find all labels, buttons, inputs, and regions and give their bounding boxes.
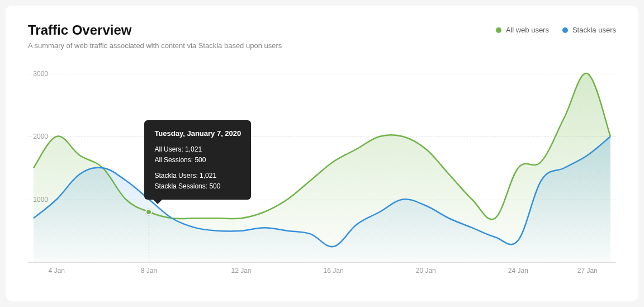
chart-title: Traffic Overview <box>28 22 282 38</box>
legend-item-stackla-users[interactable]: Stackla users <box>562 26 616 34</box>
chart-subtitle: A summary of web traffic associated with… <box>28 41 282 50</box>
legend-label: All web users <box>506 26 549 34</box>
x-axis-line <box>28 262 616 263</box>
hover-point-marker <box>145 209 152 215</box>
x-tick-label: 27 Jan <box>577 267 598 275</box>
chart-plot-area[interactable]: 3000 2000 1000 <box>28 61 616 285</box>
x-tick-label: 24 Jan <box>508 267 528 275</box>
legend-swatch-icon <box>562 27 568 33</box>
x-tick-label: 12 Jan <box>231 267 252 275</box>
title-block: Traffic Overview A summary of web traffi… <box>28 22 282 50</box>
legend-label: Stackla users <box>572 26 616 34</box>
legend-swatch-icon <box>496 27 501 33</box>
x-tick-label: 20 Jan <box>416 267 436 275</box>
chart-legend: All web users Stackla users <box>496 26 616 34</box>
plot-region: Tuesday, January 7, 2020 All Users: 1,02… <box>28 61 616 262</box>
x-tick-label: 8 Jan <box>141 267 157 275</box>
x-tick-label: 16 Jan <box>324 267 344 275</box>
chart-svg <box>28 61 616 262</box>
legend-item-all-web-users[interactable]: All web users <box>496 26 549 34</box>
x-axis: 4 Jan8 Jan12 Jan16 Jan20 Jan24 Jan27 Jan <box>28 267 616 278</box>
chart-card: Traffic Overview A summary of web traffi… <box>6 6 638 301</box>
hover-guideline <box>149 212 149 262</box>
x-tick-label: 4 Jan <box>49 267 65 275</box>
chart-header: Traffic Overview A summary of web traffi… <box>28 22 616 50</box>
